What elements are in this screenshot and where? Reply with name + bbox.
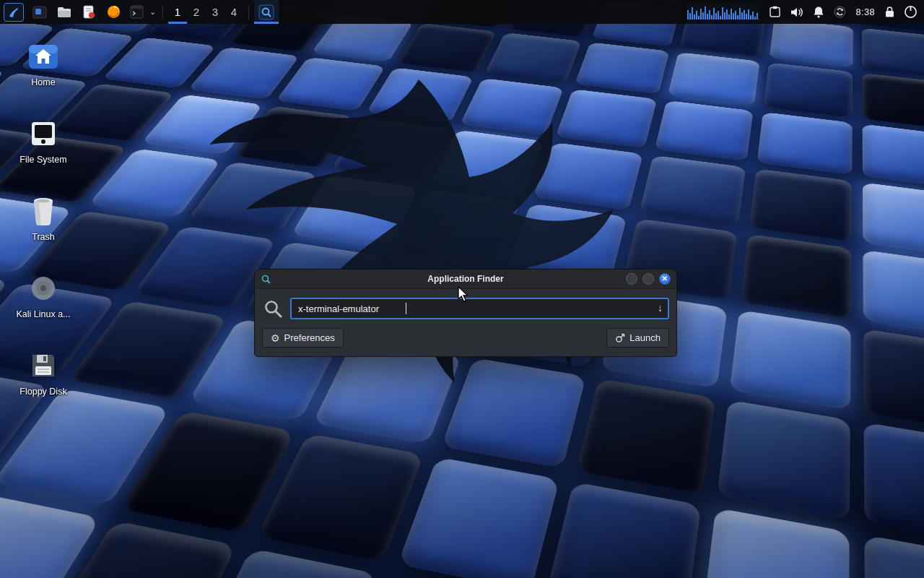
clock[interactable]: 8:38	[855, 7, 875, 17]
file-manager-launcher[interactable]	[52, 0, 77, 24]
window-switcher-launcher[interactable]	[27, 0, 52, 24]
mouse-cursor	[458, 286, 471, 303]
application-finder-icon	[258, 4, 274, 20]
terminal-menu-arrow[interactable]: ⌄	[147, 0, 157, 24]
workspace-4-label: 4	[231, 6, 237, 18]
update-icon[interactable]	[834, 6, 846, 18]
desktop-icon-home[interactable]: Home	[9, 40, 78, 87]
wallpaper-cube	[863, 250, 924, 338]
wallpaper-cube	[863, 124, 924, 189]
wallpaper-cube	[702, 508, 850, 578]
wallpaper-cube	[862, 28, 924, 78]
search-icon	[263, 299, 283, 319]
desktop-icon-label: Trash	[9, 232, 78, 242]
floppy-disk-icon	[29, 351, 58, 380]
wallpaper-cube	[640, 155, 746, 226]
launch-icon	[615, 333, 625, 343]
application-finder-window: Application Finder ✕ ↓ ⚙ Preferences	[254, 269, 677, 357]
wallpaper-cube	[668, 52, 760, 105]
desktop-icon-floppy-disk[interactable]: Floppy Disk	[9, 349, 78, 397]
desktop-icon-label: Home	[9, 77, 78, 87]
preferences-button-label: Preferences	[284, 332, 335, 343]
system-tray: 8:38	[687, 4, 924, 21]
workspace-4[interactable]: 4	[225, 0, 243, 24]
applications-menu-button[interactable]	[0, 0, 27, 24]
wallpaper-cube	[730, 310, 851, 410]
wallpaper-cube	[546, 482, 702, 578]
top-panel: ⌄ 1 2 3 4	[0, 0, 924, 24]
text-caret	[406, 303, 406, 314]
desktop-icon-kali-docs[interactable]: Kali Linux a...	[9, 272, 78, 319]
terminal-launcher[interactable]	[126, 0, 147, 24]
search-input[interactable]	[290, 298, 669, 319]
desktop-icon-trash[interactable]: Trash	[9, 194, 78, 242]
window-title: Application Finder	[255, 274, 676, 284]
volume-icon[interactable]	[790, 7, 803, 18]
wallpaper-cube	[655, 100, 754, 162]
chevron-down-icon: ⌄	[149, 7, 156, 17]
launch-button-label: Launch	[629, 332, 661, 343]
workspace-1-label: 1	[175, 6, 180, 18]
cpu-graph[interactable]	[687, 4, 759, 21]
wallpaper-cube	[865, 535, 924, 578]
workspace-3[interactable]: 3	[206, 0, 225, 24]
terminal-icon	[130, 5, 144, 19]
panel-separator	[162, 5, 163, 20]
wallpaper-cube	[757, 112, 853, 175]
wallpaper-cube	[770, 19, 853, 67]
wallpaper-cube	[764, 62, 853, 117]
workspace-2-label: 2	[193, 6, 199, 18]
minimize-button[interactable]	[626, 273, 637, 285]
kali-docs-icon	[29, 274, 58, 303]
wallpaper-cube	[863, 182, 924, 257]
desktop-icon-label: Kali Linux a...	[9, 309, 78, 319]
panel-separator	[248, 5, 249, 20]
maximize-button[interactable]	[642, 273, 654, 285]
text-editor-icon	[82, 5, 96, 20]
firefox-launcher[interactable]	[101, 0, 126, 24]
close-button[interactable]: ✕	[659, 273, 671, 285]
wallpaper-cube	[864, 422, 924, 548]
file-manager-icon	[57, 6, 71, 19]
window-switcher-icon	[32, 5, 47, 20]
wallpaper-cube	[741, 234, 852, 319]
desktop-icon-file-system[interactable]: File System	[9, 117, 78, 165]
logout-icon[interactable]	[905, 6, 917, 18]
application-finder-window-icon	[261, 274, 271, 285]
wallpaper-cube	[863, 329, 924, 433]
preferences-button[interactable]: ⚙ Preferences	[262, 328, 344, 348]
notifications-icon[interactable]	[813, 6, 824, 18]
clipboard-icon[interactable]	[769, 6, 781, 18]
taskbar-application-finder[interactable]	[254, 0, 279, 24]
firefox-icon	[107, 5, 121, 19]
wallpaper-cube	[398, 457, 560, 578]
gear-icon: ⚙	[271, 333, 280, 343]
trash-icon	[30, 196, 56, 226]
text-editor-launcher[interactable]	[77, 0, 101, 24]
desktop-icon-label: Floppy Disk	[9, 387, 78, 397]
kali-menu-icon	[4, 3, 24, 22]
desktop-icon-label: File System	[9, 155, 78, 165]
home-icon	[27, 42, 59, 71]
workspace-1[interactable]: 1	[168, 0, 187, 24]
wallpaper-cube	[862, 73, 924, 130]
lock-icon[interactable]	[884, 6, 895, 18]
workspace-3-label: 3	[212, 6, 218, 18]
dropdown-arrow-icon[interactable]: ↓	[658, 302, 663, 314]
wallpaper-cube	[749, 168, 852, 241]
wallpaper-cube	[718, 400, 850, 521]
workspace-2[interactable]: 2	[187, 0, 206, 24]
launch-button[interactable]: Launch	[606, 328, 669, 348]
file-system-icon	[29, 119, 58, 148]
